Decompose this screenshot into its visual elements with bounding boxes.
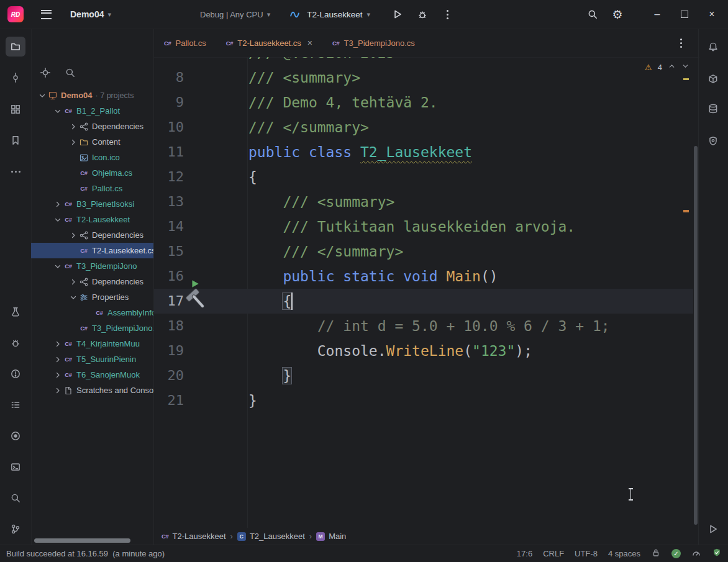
unit-tests-tool-icon[interactable] (6, 302, 25, 322)
code-line-12[interactable]: 12{ (154, 165, 699, 189)
tree-item-b1-2-pallot[interactable]: C#B1_2_Pallot (31, 103, 153, 119)
database-icon[interactable] (703, 99, 723, 119)
editor-tab-t3-pidempijono-cs[interactable]: C#T3_PidempiJono.cs (322, 29, 425, 57)
bookmarks-tool-icon[interactable] (6, 130, 25, 150)
coverage-tool-icon[interactable] (6, 426, 25, 446)
run-button[interactable] (385, 2, 410, 27)
scrollbar-warning-mark[interactable] (683, 210, 689, 212)
version-control-tool-icon[interactable] (6, 519, 25, 539)
code-line-9[interactable]: 9/// Demo 4, tehtävä 2. (154, 90, 699, 115)
code-editor[interactable]: 7/// @version 20238/// <summary>9/// Dem… (154, 57, 699, 528)
run-configuration-button[interactable]: T2-Lausekkeet ▾ (289, 9, 370, 19)
code-line-8[interactable]: 8/// <summary> (154, 65, 699, 90)
tree-item-t6-sanojenmuok[interactable]: C#T6_SanojenMuok (31, 367, 153, 383)
commit-tool-icon[interactable] (6, 68, 25, 88)
chevron-right-icon[interactable] (68, 122, 78, 132)
code-line-13[interactable]: 13 /// <summary> (154, 189, 699, 214)
project-tool-icon[interactable] (6, 37, 25, 57)
breadcrumb-t2-lausekkeet[interactable]: C#T2-Lausekkeet (162, 532, 226, 541)
tree-item-scratches-and-consoles[interactable]: Scratches and Consoles (31, 383, 153, 398)
code-line-16[interactable]: 16 public static void Main() (154, 264, 699, 289)
more-tool-windows-icon[interactable] (6, 161, 25, 181)
breadcrumb-main[interactable]: MMain (316, 532, 346, 541)
highlighting-level-icon[interactable] (691, 548, 701, 560)
tree-item-t5-suurinpienin[interactable]: C#T5_SuurinPienin (31, 351, 153, 367)
project-panel-hscrollbar[interactable] (34, 538, 130, 543)
tree-item-properties[interactable]: Properties (31, 289, 153, 305)
chevron-right-icon[interactable] (68, 277, 78, 287)
code-line-11[interactable]: 11public class T2_Lausekkeet (154, 140, 699, 165)
tree-item-t4-kirjaintenmuu[interactable]: C#T4_KirjaintenMuu (31, 336, 153, 351)
todo-tool-icon[interactable] (6, 395, 25, 415)
run-tool-icon[interactable] (703, 519, 723, 539)
locate-opened-file-icon[interactable] (40, 67, 51, 80)
chevron-right-icon[interactable] (53, 386, 63, 396)
nuget-package-icon[interactable] (703, 69, 723, 89)
chevron-right-icon[interactable] (68, 137, 78, 147)
rider-logo-icon[interactable]: RD (7, 6, 24, 22)
editor-vertical-scrollbar[interactable] (694, 146, 698, 525)
caret-position-widget[interactable]: 17:6 (517, 549, 532, 558)
code-line-15[interactable]: 15 /// </summary> (154, 239, 699, 264)
scrollbar-warning-mark[interactable] (683, 78, 689, 80)
chevron-down-icon[interactable] (68, 292, 78, 302)
previous-issue-button[interactable] (668, 62, 676, 72)
code-line-17[interactable]: 17 { (154, 289, 693, 314)
chevron-right-icon[interactable] (68, 230, 78, 240)
tab-options-kebab-icon[interactable] (672, 34, 689, 52)
tree-item-t2-lausekkeet-cs[interactable]: C#T2-Lausekkeet.cs (31, 243, 153, 258)
code-line-19[interactable]: 19 Console.WriteLine("123"); (154, 338, 699, 363)
main-menu-hamburger-icon[interactable] (41, 10, 52, 19)
notifications-bell-icon[interactable] (703, 37, 723, 57)
indentation-widget[interactable]: 4 spaces (608, 549, 640, 558)
code-line-21[interactable]: 21} (154, 388, 699, 413)
chevron-down-icon[interactable] (53, 261, 63, 271)
breadcrumb-t2-lausekkeet[interactable]: CT2_Lausekkeet (237, 532, 305, 541)
chevron-down-icon[interactable] (53, 106, 63, 116)
chevron-right-icon[interactable] (53, 199, 63, 209)
debug-tool-icon[interactable] (6, 333, 25, 353)
editor-tab-pallot-cs[interactable]: C#Pallot.cs (154, 29, 216, 57)
tree-item-pallot-cs[interactable]: C#Pallot.cs (31, 181, 153, 196)
settings-gear-icon[interactable]: ⚙ (605, 2, 630, 27)
build-configuration-button[interactable]: Debug | Any CPU ▾ (200, 10, 270, 19)
chevron-right-icon[interactable] (53, 370, 63, 380)
tree-item-demo04[interactable]: Demo04· 7 projects (31, 88, 153, 103)
tree-item-ohjelma-cs[interactable]: C#Ohjelma.cs (31, 165, 153, 181)
tree-item-dependencies[interactable]: Dependencies (31, 274, 153, 289)
structure-tool-icon[interactable] (6, 99, 25, 119)
tree-item-t3-pidempijono-cs[interactable]: C#T3_PidempiJono.cs (31, 320, 153, 336)
window-minimize-button[interactable]: – (644, 2, 671, 27)
encoding-widget[interactable]: UTF-8 (575, 549, 598, 558)
tree-item-dependencies[interactable]: Dependencies (31, 119, 153, 134)
tree-item-content[interactable]: Content (31, 134, 153, 150)
chevron-down-icon[interactable] (37, 91, 47, 101)
problems-tool-icon[interactable] (6, 364, 25, 384)
tree-item-t2-lausekkeet[interactable]: C#T2-Lausekkeet (31, 212, 153, 227)
line-separator-widget[interactable]: CRLF (543, 549, 564, 558)
tree-item-dependencies[interactable]: Dependencies (31, 227, 153, 243)
project-widget-button[interactable]: Demo04 ▾ (70, 9, 111, 19)
more-actions-kebab-icon[interactable] (435, 2, 460, 27)
debug-button[interactable] (410, 2, 435, 27)
tree-item-assemblyinfo-cs[interactable]: C#AssemblyInfo.cs (31, 305, 153, 320)
dotcover-shield-icon[interactable] (703, 131, 723, 151)
window-close-button[interactable]: × (698, 2, 726, 27)
search-icon[interactable] (65, 67, 76, 80)
code-line-20[interactable]: 20 } (154, 363, 699, 388)
solution-analysis-shield-icon[interactable] (712, 548, 722, 560)
chevron-right-icon[interactable] (53, 339, 63, 349)
next-issue-button[interactable] (681, 62, 689, 72)
run-line-icon[interactable] (190, 271, 200, 281)
tree-item-icon-ico[interactable]: Icon.ico (31, 150, 153, 165)
build-status-message[interactable]: Build succeeded at 16.16.59 (a minute ag… (6, 549, 165, 558)
code-line-10[interactable]: 10/// </summary> (154, 115, 699, 140)
inspections-ok-icon[interactable]: ✓ (671, 549, 681, 558)
search-everywhere-icon[interactable] (580, 2, 605, 27)
editor-tab-t2-lausekkeet-cs[interactable]: C#T2-Lausekkeet.cs× (216, 29, 322, 57)
code-line-18[interactable]: 18 // int d = 5.0 + 10.0 % 6 / 3 + 1; (154, 314, 699, 338)
chevron-right-icon[interactable] (53, 355, 63, 365)
code-line-14[interactable]: 14 /// Tutkitaan lausekkeiden arvoja. (154, 214, 699, 239)
tree-item-b3-pienetisoksi[interactable]: C#B3_PienetIsoksi (31, 196, 153, 212)
code-line-7[interactable]: 7/// @version 2023 (154, 57, 699, 65)
